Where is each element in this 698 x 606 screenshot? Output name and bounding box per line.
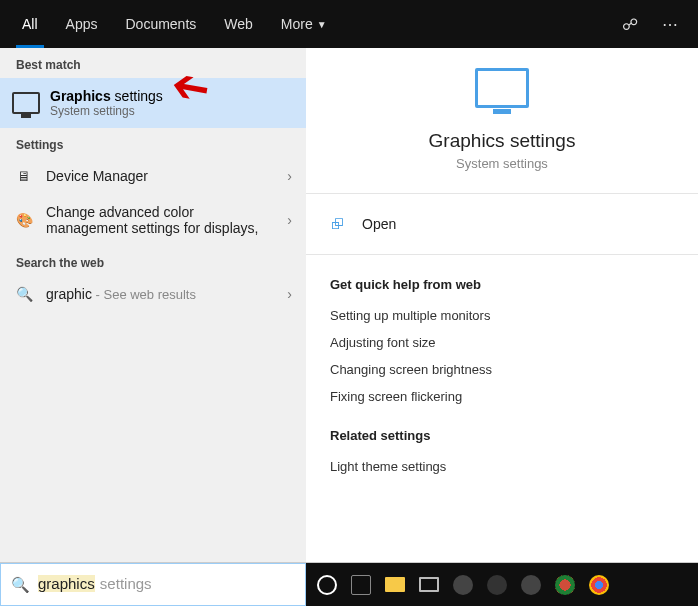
open-icon: ⮺ — [330, 216, 348, 232]
quick-help-link[interactable]: Changing screen brightness — [306, 356, 698, 383]
settings-header: Settings — [0, 128, 306, 158]
graphics-settings-icon — [12, 92, 40, 114]
related-settings-header: Related settings — [306, 428, 698, 443]
search-input[interactable]: 🔍 graphics settings — [0, 563, 306, 606]
settings-item-label: Change advanced color management setting… — [46, 204, 275, 236]
quick-help-header: Get quick help from web — [306, 277, 698, 292]
chrome-icon[interactable] — [552, 572, 578, 598]
app-icon[interactable] — [484, 572, 510, 598]
quick-help-link[interactable]: Fixing screen flickering — [306, 383, 698, 410]
color-management-icon: 🎨 — [14, 212, 34, 228]
more-options-icon[interactable]: ⋯ — [650, 15, 690, 34]
chevron-right-icon: › — [287, 212, 292, 228]
web-search-label: graphic - See web results — [46, 286, 275, 302]
related-settings-link[interactable]: Light theme settings — [306, 453, 698, 480]
search-icon: 🔍 — [11, 576, 30, 594]
best-match-title: Graphics settings — [50, 88, 163, 104]
file-explorer-icon[interactable] — [382, 572, 408, 598]
tab-all[interactable]: All — [8, 0, 52, 48]
chevron-right-icon: › — [287, 168, 292, 184]
tab-more[interactable]: More▼ — [267, 0, 341, 48]
search-typed-text: graphics — [38, 575, 95, 592]
filter-tabs-bar: All Apps Documents Web More▼ ☍ ⋯ — [0, 0, 698, 48]
best-match-header: Best match — [0, 48, 306, 78]
preview-monitor-icon — [306, 68, 698, 108]
settings-item-device-manager[interactable]: 🖥 Device Manager › — [0, 158, 306, 194]
search-web-header: Search the web — [0, 246, 306, 276]
app-icon[interactable] — [518, 572, 544, 598]
quick-help-link[interactable]: Setting up multiple monitors — [306, 302, 698, 329]
tab-web[interactable]: Web — [210, 0, 267, 48]
text-cursor — [95, 577, 96, 593]
best-match-item[interactable]: ➔ Graphics settings System settings — [0, 78, 306, 128]
settings-item-label: Device Manager — [46, 168, 275, 184]
taskbar — [306, 563, 698, 606]
preview-panel: Graphics settings System settings ⮺ Open… — [306, 48, 698, 562]
chevron-right-icon: › — [287, 286, 292, 302]
app-icon[interactable] — [450, 572, 476, 598]
settings-item-color-management[interactable]: 🎨 Change advanced color management setti… — [0, 194, 306, 246]
task-view-icon[interactable] — [348, 572, 374, 598]
display-icon[interactable] — [416, 572, 442, 598]
quick-help-link[interactable]: Adjusting font size — [306, 329, 698, 356]
bottom-bar: 🔍 graphics settings — [0, 562, 698, 606]
chrome-icon[interactable] — [586, 572, 612, 598]
cortana-icon[interactable] — [314, 572, 340, 598]
tab-apps[interactable]: Apps — [52, 0, 112, 48]
tab-documents[interactable]: Documents — [111, 0, 210, 48]
results-panel: Best match ➔ Graphics settings System se… — [0, 48, 306, 562]
preview-title: Graphics settings — [306, 130, 698, 152]
best-match-subtitle: System settings — [50, 104, 163, 118]
feedback-icon[interactable]: ☍ — [610, 15, 650, 34]
preview-subtitle: System settings — [306, 156, 698, 171]
device-manager-icon: 🖥 — [14, 168, 34, 184]
open-label: Open — [362, 216, 396, 232]
chevron-down-icon: ▼ — [317, 19, 327, 30]
web-search-item[interactable]: 🔍 graphic - See web results › — [0, 276, 306, 312]
search-icon: 🔍 — [14, 286, 34, 302]
open-action[interactable]: ⮺ Open — [306, 216, 698, 232]
search-suggestion-text: settings — [96, 575, 152, 592]
